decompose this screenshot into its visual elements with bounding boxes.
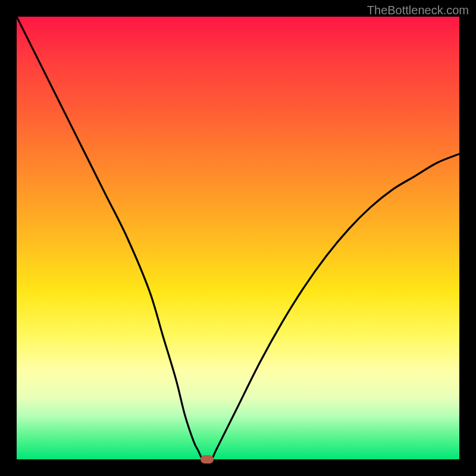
curve-svg bbox=[17, 17, 459, 459]
bottleneck-curve-path bbox=[17, 17, 459, 459]
plot-area bbox=[17, 17, 459, 459]
bottleneck-chart: TheBottleneck.com bbox=[0, 0, 476, 476]
watermark-text: TheBottleneck.com bbox=[367, 4, 469, 17]
bottleneck-marker bbox=[201, 455, 214, 464]
